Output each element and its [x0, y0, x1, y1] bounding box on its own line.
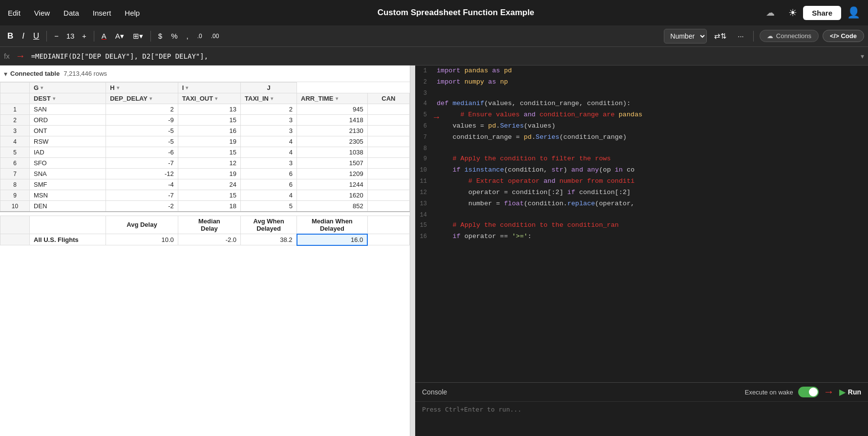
table-cell[interactable]: RSW — [30, 136, 106, 147]
table-cell[interactable] — [367, 190, 409, 201]
table-row[interactable]: 5IAD-61541038 — [0, 147, 410, 158]
table-cell[interactable]: 3 — [241, 158, 297, 169]
table-cell[interactable]: SNA — [30, 169, 106, 179]
table-cell[interactable]: 18 — [178, 201, 240, 212]
table-cell[interactable]: SMF — [30, 179, 106, 190]
table-row[interactable]: 3ONT-51632130 — [0, 126, 410, 136]
console-input[interactable] — [415, 402, 868, 417]
table-cell[interactable]: 1244 — [297, 179, 368, 190]
bold-button[interactable]: B — [4, 29, 17, 43]
highlight-button[interactable]: A▾ — [112, 30, 127, 43]
col-header-arr-time[interactable]: ARR_TIME ▾ — [297, 93, 368, 104]
table-cell[interactable]: -4 — [106, 179, 178, 190]
table-cell[interactable]: 4 — [241, 147, 297, 158]
table-cell[interactable]: 1507 — [297, 158, 368, 169]
dollar-button[interactable]: $ — [155, 30, 166, 42]
col-header-taxi-in[interactable]: TAXI_IN ▾ — [241, 93, 297, 104]
table-cell[interactable]: 2 — [106, 104, 178, 115]
table-cell[interactable] — [367, 126, 409, 136]
col-header-g[interactable]: G ▾ — [30, 83, 106, 93]
table-cell[interactable]: 1038 — [297, 147, 368, 158]
table-row[interactable]: 10DEN-2185852 — [0, 201, 410, 212]
user-avatar[interactable]: 👤 — [847, 6, 860, 19]
table-cell[interactable]: DEN — [30, 201, 106, 212]
table-cell[interactable]: ORD — [30, 115, 106, 126]
table-cell[interactable]: 1620 — [297, 190, 368, 201]
table-row[interactable]: 8SMF-42461244 — [0, 179, 410, 190]
menu-edit[interactable]: Edit — [8, 9, 21, 17]
table-cell[interactable]: 4 — [241, 190, 297, 201]
more-button[interactable]: ··· — [734, 30, 747, 42]
table-cell[interactable] — [367, 179, 409, 190]
table-cell[interactable]: 16 — [178, 126, 240, 136]
underline-button[interactable]: U — [30, 29, 42, 43]
table-cell[interactable]: -6 — [106, 147, 178, 158]
col-header-taxi-out[interactable]: TAXI_OUT ▾ — [178, 93, 240, 104]
table-cell[interactable]: SFO — [30, 158, 106, 169]
table-row[interactable]: 9MSN-71541620 — [0, 190, 410, 201]
table-cell[interactable]: 945 — [297, 104, 368, 115]
transpose-button[interactable]: ⇄⇅ — [711, 30, 730, 43]
number-format-select[interactable]: Number — [664, 29, 707, 44]
execute-toggle[interactable] — [798, 387, 819, 397]
decimal-up-button[interactable]: .00 — [208, 31, 223, 42]
col-header-i[interactable]: I ▾ — [178, 83, 240, 93]
table-row[interactable]: 2ORD-91531418 — [0, 115, 410, 126]
table-cell[interactable]: 2130 — [297, 126, 368, 136]
table-cell[interactable]: 13 — [178, 104, 240, 115]
table-cell[interactable]: MSN — [30, 190, 106, 201]
col-header-can[interactable]: CAN — [367, 93, 409, 104]
menu-insert[interactable]: Insert — [93, 9, 111, 17]
sun-icon[interactable]: ☀ — [788, 7, 797, 19]
table-cell[interactable]: 12 — [178, 158, 240, 169]
font-size-input[interactable] — [64, 32, 77, 40]
table-cell[interactable]: -7 — [106, 158, 178, 169]
col-header-dep-delay[interactable]: DEP_DELAY ▾ — [106, 93, 178, 104]
table-cell[interactable]: -7 — [106, 190, 178, 201]
table-row[interactable]: 7SNA-121961209 — [0, 169, 410, 179]
table-cell[interactable]: SAN — [30, 104, 106, 115]
table-cell[interactable]: 19 — [178, 169, 240, 179]
percent-button[interactable]: % — [168, 30, 181, 42]
col-header-j[interactable]: J — [241, 83, 297, 93]
table-cell[interactable]: -12 — [106, 169, 178, 179]
table-cell[interactable]: IAD — [30, 147, 106, 158]
table-cell[interactable] — [367, 147, 409, 158]
font-size-plus-button[interactable]: + — [79, 30, 90, 42]
code-editor[interactable]: 1import pandas as pd2import numpy as np3… — [415, 65, 868, 382]
table-cell[interactable]: -2 — [106, 201, 178, 212]
table-cell[interactable] — [367, 136, 409, 147]
menu-view[interactable]: View — [34, 9, 50, 17]
table-cell[interactable] — [367, 104, 409, 115]
italic-button[interactable]: I — [19, 29, 28, 43]
table-cell[interactable]: 15 — [178, 190, 240, 201]
table-cell[interactable]: 1209 — [297, 169, 368, 179]
code-button[interactable]: </> Code — [823, 30, 864, 42]
summary-median-when[interactable]: 16.0 — [297, 234, 368, 245]
menu-data[interactable]: Data — [64, 9, 79, 17]
share-button[interactable]: Share — [803, 6, 841, 20]
table-cell[interactable]: 19 — [178, 136, 240, 147]
table-cell[interactable]: 15 — [178, 115, 240, 126]
border-button[interactable]: ⊞▾ — [129, 30, 147, 43]
table-cell[interactable]: 1418 — [297, 115, 368, 126]
table-cell[interactable]: -5 — [106, 136, 178, 147]
table-cell[interactable]: -9 — [106, 115, 178, 126]
table-cell[interactable] — [367, 169, 409, 179]
table-cell[interactable] — [367, 115, 409, 126]
table-cell[interactable]: ONT — [30, 126, 106, 136]
table-cell[interactable]: 6 — [241, 179, 297, 190]
vertical-scrollbar[interactable] — [410, 65, 415, 436]
table-cell[interactable]: 3 — [241, 126, 297, 136]
formula-dropdown-arrow[interactable]: ▾ — [861, 52, 864, 60]
formula-input[interactable] — [31, 52, 857, 60]
run-button[interactable]: ▶ Run — [839, 388, 861, 397]
font-size-minus-button[interactable]: − — [51, 30, 62, 42]
table-row[interactable]: 1SAN2132945 — [0, 104, 410, 115]
table-cell[interactable]: 5 — [241, 201, 297, 212]
spreadsheet-table-wrap[interactable]: G ▾ H ▾ I ▾ J DEST ▾ — [0, 82, 410, 436]
table-cell[interactable]: 15 — [178, 147, 240, 158]
table-cell[interactable] — [367, 201, 409, 212]
table-cell[interactable]: -5 — [106, 126, 178, 136]
table-cell[interactable]: 852 — [297, 201, 368, 212]
